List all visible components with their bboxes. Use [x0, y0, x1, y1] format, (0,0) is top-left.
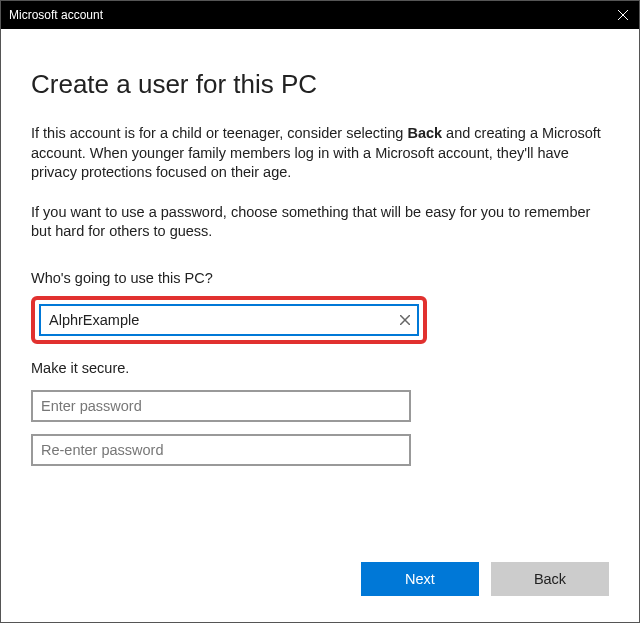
back-button[interactable]: Back [491, 562, 609, 596]
intro-paragraph-2: If you want to use a password, choose so… [31, 203, 609, 242]
close-button[interactable] [607, 1, 639, 29]
secure-label: Make it secure. [31, 360, 609, 376]
username-input-wrap [39, 304, 419, 336]
clear-username-button[interactable] [397, 312, 413, 328]
password-input[interactable] [31, 390, 411, 422]
intro-text-before: If this account is for a child or teenag… [31, 125, 407, 141]
username-highlight [31, 296, 427, 344]
password-confirm-input[interactable] [31, 434, 411, 466]
page-title: Create a user for this PC [31, 69, 609, 100]
window-frame: Microsoft account Create a user for this… [0, 0, 640, 623]
intro-bold-back: Back [407, 125, 442, 141]
intro-paragraph-1: If this account is for a child or teenag… [31, 124, 609, 183]
window-title: Microsoft account [9, 8, 103, 22]
close-icon [618, 10, 628, 20]
content-area: Create a user for this PC If this accoun… [1, 29, 639, 622]
next-button[interactable]: Next [361, 562, 479, 596]
titlebar: Microsoft account [1, 1, 639, 29]
footer-buttons: Next Back [31, 542, 609, 602]
username-label: Who's going to use this PC? [31, 270, 609, 286]
x-icon [400, 315, 410, 325]
username-input[interactable] [39, 304, 419, 336]
